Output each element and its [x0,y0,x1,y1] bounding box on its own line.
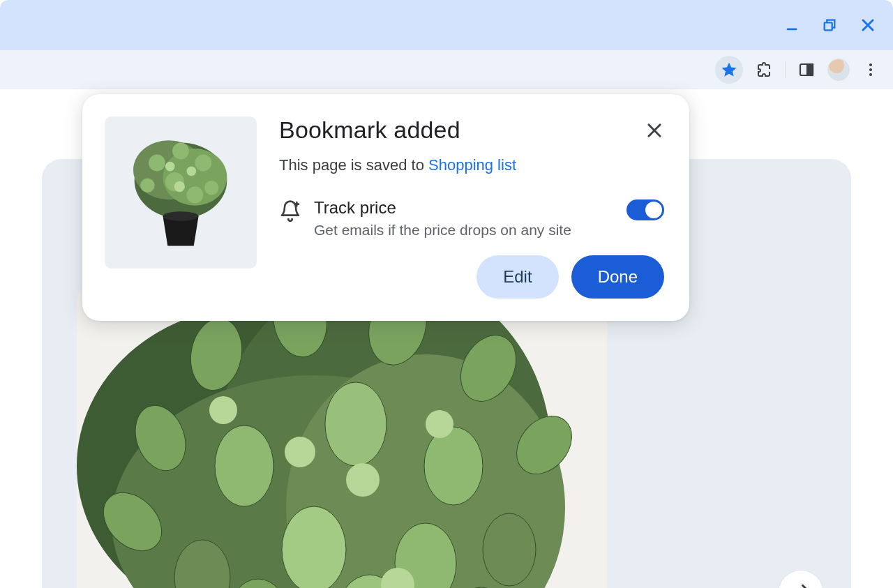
product-image-large [77,285,607,588]
edit-button[interactable]: Edit [476,255,558,299]
popup-subtitle: This page is saved to Shopping list [279,156,664,174]
track-price-description: Get emails if the price drops on any sit… [314,220,579,240]
svg-point-38 [140,179,154,193]
popup-title: Bookmark added [279,116,664,144]
svg-point-41 [187,186,204,203]
track-price-title: Track price [314,198,614,218]
svg-point-44 [174,181,185,192]
svg-point-16 [215,425,273,506]
svg-point-39 [204,181,218,195]
arrow-right-icon [790,581,811,588]
close-popup-button[interactable] [645,121,664,140]
svg-point-45 [163,211,198,221]
track-price-row: Track price Get emails if the price drop… [279,198,664,240]
browser-toolbar [0,50,893,89]
svg-point-43 [187,167,197,176]
toolbar-divider [785,61,786,78]
bookmark-added-popup: Bookmark added This page is saved to Sho… [82,94,689,321]
svg-point-35 [149,155,165,172]
track-price-toggle[interactable] [626,199,664,220]
subtitle-prefix: This page is saved to [279,156,428,174]
extensions-icon[interactable] [756,61,772,78]
svg-point-22 [483,513,536,586]
svg-point-26 [285,437,315,467]
svg-point-29 [209,396,237,424]
svg-rect-1 [825,22,832,30]
svg-point-36 [172,143,189,160]
bookmark-folder-link[interactable]: Shopping list [428,156,516,174]
svg-point-37 [195,155,211,172]
svg-point-18 [424,427,483,505]
restore-icon[interactable] [822,17,837,33]
popup-actions: Edit Done [279,255,664,299]
minimize-icon[interactable] [784,17,800,33]
close-window-icon[interactable] [860,17,876,33]
svg-point-17 [325,382,387,466]
bookmark-thumbnail [105,116,257,269]
svg-rect-3 [807,64,813,75]
svg-rect-0 [787,29,797,31]
more-menu-icon[interactable] [862,61,879,78]
svg-point-19 [282,506,346,588]
bookmark-star-button[interactable] [715,56,743,84]
svg-point-28 [426,410,453,438]
side-panel-icon[interactable] [798,61,815,78]
window-titlebar [0,0,893,50]
bell-plus-icon [279,199,301,222]
svg-point-42 [165,162,175,172]
close-icon [645,130,664,142]
done-button[interactable]: Done [571,255,664,299]
profile-avatar[interactable] [827,59,850,81]
svg-point-27 [346,463,380,497]
